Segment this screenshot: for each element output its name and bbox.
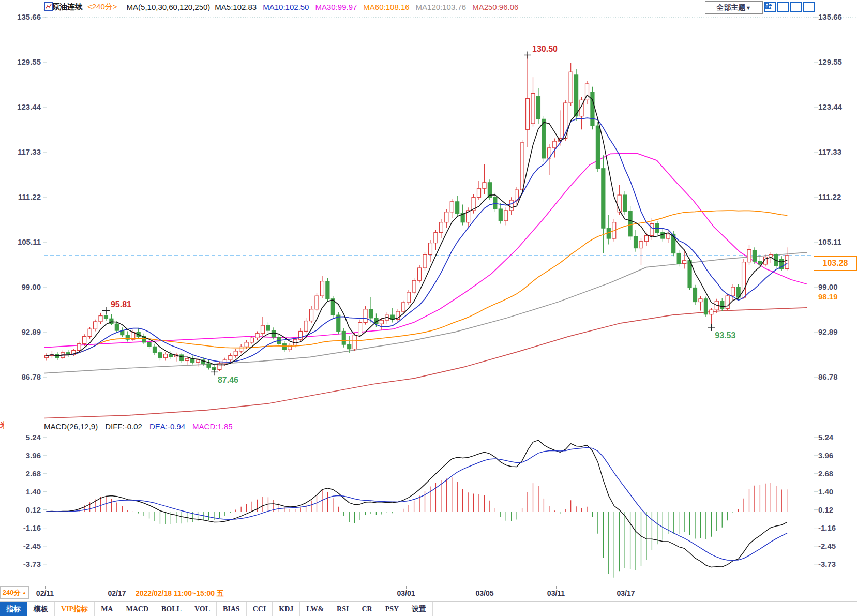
pan-right-icon[interactable] [803, 2, 815, 12]
toolbar-tab-VIP指标[interactable]: VIP指标 [55, 602, 95, 616]
ma-value-label: MA250:96.06 [472, 3, 518, 11]
price-axis-label-left: 117.33 [0, 147, 41, 157]
macd-axis-label-right: 5.24 [818, 433, 857, 442]
macd-axis-label-right: 3.96 [818, 451, 857, 460]
macd-dea-value: DEA:-0.94 [149, 422, 185, 431]
macd-axis-label-right: 2.68 [818, 469, 857, 478]
toolbar-tab-PSY[interactable]: PSY [379, 602, 405, 616]
macd-axis-label-left: 2.68 [0, 469, 41, 478]
macd-axis-label-right: -3.73 [818, 560, 857, 569]
date-axis-label: 03/01 [397, 589, 415, 597]
macd-axis-label-right: 1.40 [818, 487, 857, 497]
macd-axis-label-left: 5.24 [0, 433, 41, 442]
scale-vertical-icon[interactable] [777, 2, 789, 12]
price-axis-label-right: 92.89 [818, 327, 857, 337]
date-axis-label: 02/17 [108, 589, 126, 597]
date-axis-tick [117, 586, 117, 589]
extreme-price-label: 130.50 [532, 44, 558, 53]
toolbar-tab-指标[interactable]: 指标 [0, 602, 27, 616]
macd-axis-label-right: -2.45 [818, 542, 857, 551]
clipped-label-fragment: 米 [0, 420, 4, 431]
price-axis-label-right: 105.11 [818, 237, 857, 247]
price-axis-label-left: 99.00 [0, 282, 41, 292]
macd-diff-value: DIFF:-0.02 [105, 422, 142, 431]
chart-canvas[interactable]: 95.81130.5087.4693.53 [0, 0, 857, 616]
price-axis-label-left: 129.55 [0, 57, 41, 67]
toolbar-tab-模板[interactable]: 模板 [27, 602, 55, 616]
ma-value-label: MA10:102.50 [263, 3, 309, 11]
toolbar-tab-设置[interactable]: 设置 [405, 602, 433, 616]
ma-group-label: MA(5,10,30,60,120,250) [127, 3, 211, 11]
chevron-down-icon: ▼ [746, 5, 751, 11]
date-axis-tick [556, 586, 557, 589]
toolbar-tab-BIAS[interactable]: BIAS [217, 602, 247, 616]
toolbar-tab-BOLL[interactable]: BOLL [155, 602, 188, 616]
toolbar-tab-MACD[interactable]: MACD [119, 602, 155, 616]
toolbar-tab-VOL[interactable]: VOL [188, 602, 217, 616]
macd-histogram [47, 477, 787, 577]
ma-values: MA5:102.83MA10:102.50MA30:99.97MA60:108.… [215, 3, 518, 11]
ma-value-label: MA5:102.83 [215, 3, 257, 11]
theme-dropdown[interactable]: 全部主题 ▼ [705, 1, 763, 14]
ma-value-label: MA60:108.16 [363, 3, 409, 11]
toolbar-tab-RSI[interactable]: RSI [330, 602, 355, 616]
date-axis-label: 03/05 [475, 589, 493, 597]
macd-axis-label-left: 1.40 [0, 487, 41, 497]
date-axis-tick [626, 586, 626, 589]
toolbar-tab-KDJ[interactable]: KDJ [273, 602, 300, 616]
indicator-toolbar: 指标模板VIP指标MAMACDBOLLVOLBIASCCIKDJLW&RSICR… [0, 601, 857, 616]
price-axis-label-right: 99.00 [818, 282, 857, 292]
toolbar-tab-LW&[interactable]: LW& [300, 602, 330, 616]
macd-axis-label-left: 3.96 [0, 451, 41, 460]
period-selector[interactable]: 240分 ▲ [0, 586, 29, 599]
date-axis-tick [485, 586, 485, 589]
price-axis-label-left: 86.78 [0, 372, 41, 382]
extreme-price-label: 95.81 [111, 300, 131, 309]
chart-header: 美原油连续 <240分> MA(5,10,30,60,120,250) MA5:… [44, 2, 518, 12]
scale-horizontal-icon[interactable] [790, 2, 802, 12]
triangle-up-icon: ▲ [22, 590, 26, 595]
current-price-badge: 103.28 [814, 256, 857, 271]
theme-dropdown-label: 全部主题 [717, 3, 746, 12]
macd-axis-label-left: 0.12 [0, 505, 41, 515]
price-axis-label-left: 123.44 [0, 102, 41, 112]
price-axis-label-left: 111.22 [0, 192, 41, 202]
toolbar-tab-MA[interactable]: MA [95, 602, 119, 616]
date-axis-label: 03/11 [547, 589, 565, 597]
ma-value-label: MA30:99.97 [315, 3, 357, 11]
extreme-price-label: 87.46 [218, 375, 238, 384]
price-axis-label-right: 123.44 [818, 102, 857, 112]
date-axis-label: 02/11 [36, 589, 54, 597]
macd-axis-label-right: -1.16 [818, 523, 857, 533]
date-axis-label: 03/17 [617, 589, 635, 597]
price-axis-label-right: 135.66 [818, 12, 857, 22]
chart-tool-buttons [764, 2, 815, 12]
macd-macd-value: MACD:1.85 [192, 422, 233, 431]
period-label: 240分 [3, 588, 21, 597]
price-axis-label-right: 117.33 [818, 147, 857, 157]
price-axis-label-right: 129.55 [818, 57, 857, 67]
price-axis-label-left: 92.89 [0, 327, 41, 337]
chart-window: 95.81130.5087.4693.53 美原油连续 <240分> MA(5,… [0, 0, 857, 616]
toolbar-tab-CCI[interactable]: CCI [247, 602, 273, 616]
secondary-price-label: 98.19 [818, 292, 838, 301]
price-axis-label-left: 105.11 [0, 237, 41, 247]
price-axis-label-left: 135.66 [0, 12, 41, 22]
macd-axis-label-left: -1.16 [0, 523, 41, 533]
date-axis-tick [45, 586, 46, 589]
selected-bar-info: 2022/02/18 11:00~15:00 五 [136, 589, 224, 598]
date-axis-tick [406, 586, 407, 589]
price-axis-label-right: 86.78 [818, 372, 857, 382]
price-axis-label-right: 111.22 [818, 192, 857, 202]
macd-axis-label-left: -2.45 [0, 542, 41, 551]
macd-axis-label-left: -3.73 [0, 560, 41, 569]
ma-value-label: MA120:103.76 [416, 3, 467, 11]
period-tag: <240分> [87, 2, 117, 12]
macd-params-label: MACD(26,12,9) [44, 422, 98, 431]
toolbar-tab-CR[interactable]: CR [355, 602, 379, 616]
extreme-price-label: 93.53 [715, 331, 735, 340]
macd-axis-label-right: 0.12 [818, 505, 857, 515]
macd-header: MACD(26,12,9) DIFF:-0.02 DEA:-0.94 MACD:… [44, 422, 233, 431]
